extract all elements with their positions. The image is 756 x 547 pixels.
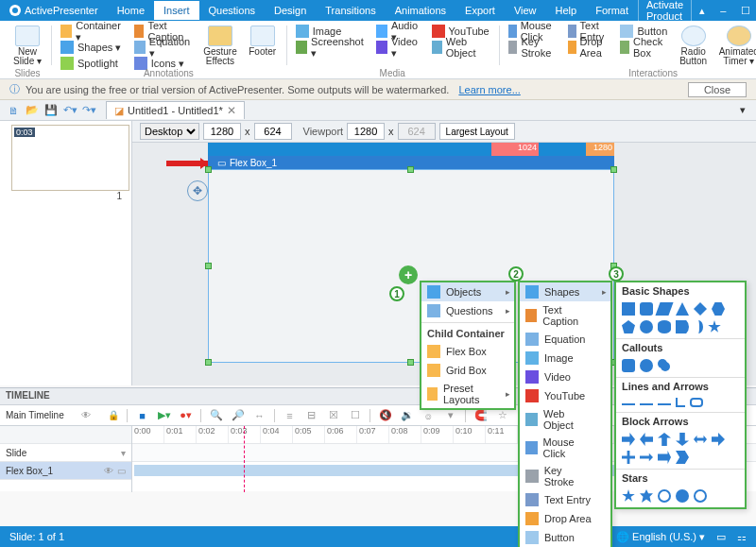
- video-button[interactable]: Video ▾: [370, 40, 425, 55]
- shape-arc[interactable]: [694, 320, 703, 333]
- tl-volume-button[interactable]: 🔉: [400, 408, 414, 422]
- open-button[interactable]: 📂: [25, 103, 40, 118]
- tl-zoom-fit-button[interactable]: ↔: [252, 408, 266, 422]
- tl-record-button[interactable]: ●▾: [179, 408, 193, 422]
- star-ring[interactable]: [694, 489, 707, 503]
- menu-objects[interactable]: Objects▸: [421, 282, 514, 301]
- tl-snap-button[interactable]: 🧲: [473, 408, 488, 422]
- submenu-equation[interactable]: Equation: [520, 330, 610, 349]
- submenu-button[interactable]: Button: [520, 528, 610, 547]
- tl-fade-button[interactable]: ⌾: [421, 408, 436, 422]
- star-6[interactable]: [640, 489, 653, 503]
- window-minimize-button[interactable]: –: [713, 1, 733, 20]
- shape-pentagon[interactable]: [622, 320, 635, 333]
- undo-button[interactable]: ↶▾: [62, 103, 77, 118]
- block-arrow-down[interactable]: [676, 433, 689, 446]
- submenu-mouse-click[interactable]: Mouse Click: [520, 434, 610, 462]
- submenu-image[interactable]: Image: [520, 349, 610, 368]
- shape-parallelogram[interactable]: [655, 302, 673, 316]
- check-box-button[interactable]: Check Box: [614, 40, 673, 55]
- block-arrow-chevron[interactable]: [676, 451, 689, 464]
- save-button[interactable]: 💾: [43, 103, 59, 118]
- shapes-button[interactable]: Shapes ▾: [55, 40, 129, 55]
- tl-crop-button[interactable]: ☒: [326, 408, 340, 422]
- tl-delete-button[interactable]: ☐: [348, 408, 362, 422]
- submenu-key-stroke[interactable]: Key Stroke: [520, 462, 610, 490]
- new-project-button[interactable]: 🗎: [6, 103, 21, 118]
- block-arrow-leftright[interactable]: [694, 433, 707, 446]
- status-fit-button[interactable]: ▭: [716, 531, 726, 543]
- largest-layout-button[interactable]: Largest Layout: [439, 123, 515, 140]
- document-tab[interactable]: ◪ Untitled1 - Untitled1* ✕: [106, 101, 245, 119]
- viewport-width-input[interactable]: [347, 123, 385, 140]
- submenu-video[interactable]: Video: [520, 368, 610, 386]
- drop-area-button[interactable]: Drop Area: [562, 40, 615, 55]
- callout-rect[interactable]: [622, 359, 635, 372]
- tl-play-button[interactable]: ▶▾: [157, 408, 171, 422]
- block-arrow-right[interactable]: [622, 433, 635, 446]
- activate-product-button[interactable]: Activate Product: [638, 0, 692, 26]
- equation-button[interactable]: Equation ▾: [129, 40, 198, 55]
- tl-more-button[interactable]: ▾: [443, 408, 457, 422]
- tab-view[interactable]: View: [505, 1, 546, 20]
- submenu-text-caption[interactable]: Text Caption: [520, 301, 610, 330]
- timeline-eye-icon[interactable]: 👁: [81, 410, 91, 420]
- line-elbow[interactable]: [676, 398, 685, 407]
- timeline-row-slide[interactable]: Slide▾: [0, 444, 131, 462]
- screenshot-button[interactable]: Screenshot ▾: [290, 40, 371, 55]
- tab-transitions[interactable]: Transitions: [316, 1, 385, 20]
- line-connector[interactable]: [690, 398, 703, 407]
- line-straight[interactable]: [622, 403, 635, 405]
- window-maximize-button[interactable]: ☐: [733, 1, 756, 21]
- star-seal[interactable]: [658, 489, 671, 503]
- status-responsive-button[interactable]: ⚏: [737, 531, 747, 543]
- breakpoint-ruler[interactable]: 1024 1280: [208, 143, 614, 156]
- document-close-button[interactable]: ✕: [227, 104, 236, 117]
- shape-circle[interactable]: [640, 320, 653, 333]
- submenu-youtube[interactable]: YouTube: [520, 386, 610, 405]
- tab-help[interactable]: Help: [546, 1, 587, 20]
- callout-oval[interactable]: [640, 359, 653, 372]
- tab-design[interactable]: Design: [265, 1, 316, 20]
- redo-button[interactable]: ↷▾: [81, 103, 96, 118]
- tl-zoom-out-button[interactable]: 🔍: [209, 408, 223, 422]
- menu-questions[interactable]: Questions▸: [421, 301, 514, 320]
- menu-grid-box[interactable]: Grid Box: [421, 361, 514, 380]
- tab-animations[interactable]: Animations: [386, 1, 455, 20]
- line-curve[interactable]: [658, 398, 671, 405]
- resize-handle-w[interactable]: [205, 263, 212, 269]
- trial-close-button[interactable]: Close: [688, 82, 747, 97]
- add-object-button[interactable]: +: [399, 265, 418, 284]
- resize-handle-sw[interactable]: [205, 359, 212, 366]
- timeline-row-flexbox[interactable]: Flex Box_1👁▭: [0, 462, 131, 480]
- resize-handle-ne[interactable]: [610, 166, 617, 173]
- submenu-shapes[interactable]: Shapes▸: [520, 282, 610, 301]
- key-stroke-button[interactable]: Key Stroke: [503, 40, 562, 55]
- tab-export[interactable]: Export: [455, 1, 505, 20]
- tl-zoom-in-button[interactable]: 🔎: [231, 408, 245, 422]
- layout-select[interactable]: Desktop: [140, 123, 199, 140]
- submenu-text-entry[interactable]: Text Entry: [520, 490, 610, 509]
- slide-thumbnail-1[interactable]: 0:03: [11, 125, 129, 191]
- tl-marker-button[interactable]: ☆: [495, 408, 509, 422]
- block-arrow-notch[interactable]: [658, 451, 671, 464]
- collapse-ribbon-button[interactable]: ▴: [692, 1, 713, 21]
- layout-width-input[interactable]: [203, 123, 241, 140]
- callout-cloud[interactable]: [658, 359, 667, 368]
- status-language[interactable]: 🌐 English (U.S.) ▾: [616, 531, 705, 543]
- menu-preset-layouts[interactable]: Preset Layouts▸: [421, 380, 514, 408]
- tl-stop-button[interactable]: ■: [135, 408, 149, 422]
- playhead[interactable]: [244, 426, 245, 492]
- shape-ellipse[interactable]: [658, 320, 671, 333]
- shape-star-outline[interactable]: [708, 320, 721, 333]
- shape-rounded-rect[interactable]: [640, 302, 653, 316]
- star-5[interactable]: [622, 489, 635, 503]
- block-arrow-bent[interactable]: [712, 433, 725, 446]
- container-button[interactable]: Container ▾: [55, 24, 129, 39]
- star-burst[interactable]: [676, 489, 689, 503]
- submenu-drop-area[interactable]: Drop Area: [520, 509, 610, 528]
- breakpoint-1024[interactable]: 1024: [491, 143, 539, 156]
- panel-menu-button[interactable]: ▾: [735, 103, 750, 118]
- block-arrow-up[interactable]: [658, 433, 671, 446]
- shape-diamond[interactable]: [694, 302, 707, 316]
